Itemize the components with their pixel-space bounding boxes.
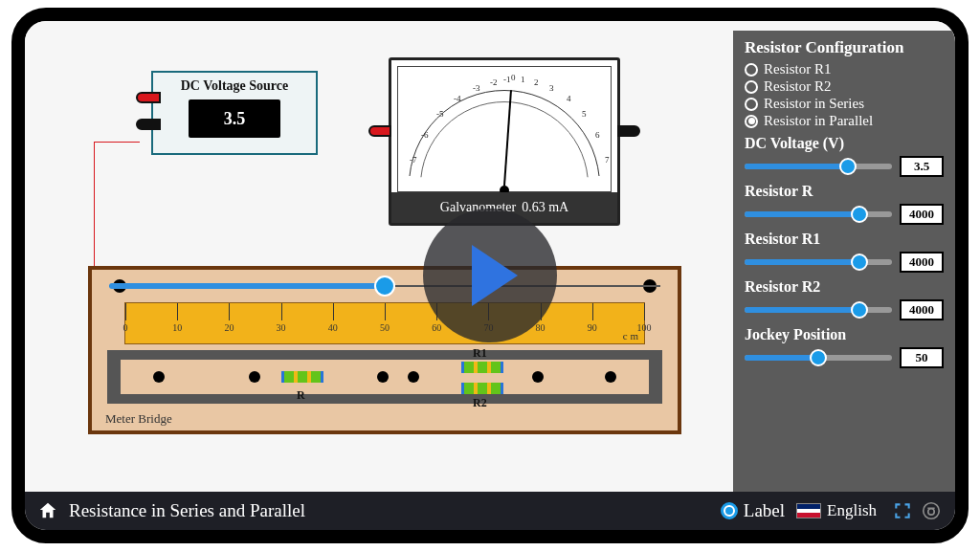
resistor-bar: R R1 R2 bbox=[107, 350, 662, 404]
slider-jockey[interactable] bbox=[745, 355, 892, 361]
resistor-r bbox=[281, 371, 323, 383]
dc-voltage-source: DC Voltage Source 3.5 bbox=[151, 71, 318, 155]
value-dc-voltage[interactable]: 3.5 bbox=[900, 156, 944, 177]
resistor-r1 bbox=[461, 362, 503, 373]
value-resistor-r2[interactable]: 4000 bbox=[900, 299, 944, 320]
camera-button[interactable] bbox=[919, 498, 944, 523]
meter-bridge-caption: Meter Bridge bbox=[105, 411, 172, 427]
language-selector[interactable]: English bbox=[796, 501, 877, 520]
radio-resistor-in-series[interactable]: Resistor in Series bbox=[745, 96, 944, 112]
control-resistor-r2: Resistor R2 4000 bbox=[745, 278, 944, 320]
galvo-plug-left bbox=[368, 125, 391, 137]
radio-resistor-r2[interactable]: Resistor R2 bbox=[745, 78, 944, 95]
ruler: c m 0102030405060708090100 bbox=[124, 302, 645, 344]
toggle-on-icon bbox=[721, 502, 738, 519]
dc-source-display: 3.5 bbox=[189, 99, 280, 138]
wire bbox=[94, 142, 140, 143]
jockey-knob[interactable] bbox=[374, 276, 395, 297]
home-button[interactable] bbox=[36, 499, 59, 522]
dc-plug-positive bbox=[136, 92, 161, 103]
svg-point-0 bbox=[924, 503, 940, 519]
value-jockey[interactable]: 50 bbox=[900, 347, 944, 368]
resistor-r2 bbox=[461, 383, 503, 394]
slider-resistor-r[interactable] bbox=[745, 211, 892, 217]
fullscreen-button[interactable] bbox=[890, 498, 915, 523]
control-resistor-r: Resistor R 4000 bbox=[745, 183, 944, 225]
page-title: Resistance in Series and Parallel bbox=[69, 500, 305, 521]
slider-resistor-r2[interactable] bbox=[745, 307, 892, 313]
uk-flag-icon bbox=[796, 503, 821, 518]
slider-resistor-r1[interactable] bbox=[745, 259, 892, 265]
slider-dc-voltage[interactable] bbox=[745, 164, 892, 169]
dc-source-title: DC Voltage Source bbox=[153, 78, 316, 94]
play-button[interactable] bbox=[423, 209, 557, 342]
control-panel: Resistor Configuration Resistor R1Resist… bbox=[733, 31, 955, 492]
play-icon bbox=[472, 245, 518, 306]
control-dc-voltage: DC Voltage (V) 3.5 bbox=[745, 135, 944, 177]
footer-bar: Resistance in Series and Parallel Label … bbox=[25, 492, 955, 530]
control-jockey-position: Jockey Position 50 bbox=[745, 326, 944, 368]
radio-dot-icon bbox=[745, 115, 758, 128]
control-resistor-r1: Resistor R1 4000 bbox=[745, 231, 944, 273]
radio-resistor-in-parallel[interactable]: Resistor in Parallel bbox=[745, 113, 944, 129]
circuit-area: DC Voltage Source 3.5 -7 -6 -5 -4 -3 -2 … bbox=[25, 21, 733, 492]
label-toggle[interactable]: Label bbox=[721, 500, 785, 521]
radio-dot-icon bbox=[745, 98, 758, 111]
galvanometer: -7 -6 -5 -4 -3 -2 -1 0 1 2 3 4 5 6 7 bbox=[389, 57, 620, 226]
svg-point-1 bbox=[928, 509, 934, 515]
galvo-scale: -7 -6 -5 -4 -3 -2 -1 0 1 2 3 4 5 6 7 bbox=[397, 66, 612, 192]
jockey-track-fill bbox=[109, 283, 385, 289]
radio-dot-icon bbox=[745, 80, 758, 94]
value-resistor-r1[interactable]: 4000 bbox=[900, 252, 944, 273]
meter-bridge: c m 0102030405060708090100 R R1 bbox=[88, 266, 681, 434]
config-title: Resistor Configuration bbox=[745, 38, 944, 57]
value-resistor-r[interactable]: 4000 bbox=[900, 204, 944, 225]
radio-resistor-r1[interactable]: Resistor R1 bbox=[745, 61, 944, 77]
radio-dot-icon bbox=[745, 63, 758, 77]
device-frame: DC Voltage Source 3.5 -7 -6 -5 -4 -3 -2 … bbox=[11, 8, 969, 543]
galvo-plug-right bbox=[617, 125, 640, 137]
dc-plug-negative bbox=[136, 119, 161, 130]
